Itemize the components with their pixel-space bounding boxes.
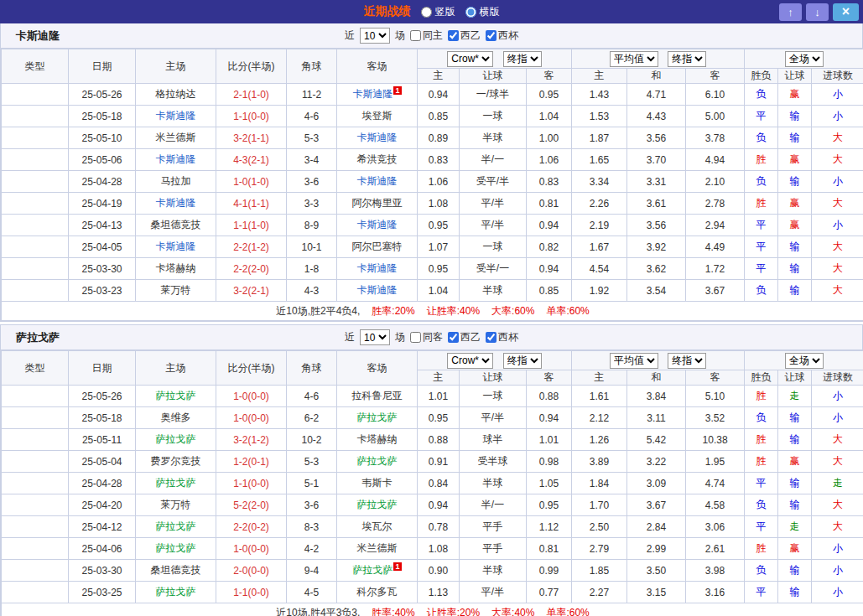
summary-stat: 大率:40%	[491, 607, 534, 616]
asia-away-odds: 0.94	[527, 215, 572, 236]
home-team-link[interactable]: 卡塔赫纳	[156, 262, 196, 274]
horizontal-layout-radio[interactable]	[465, 7, 476, 18]
result-cell: 负	[745, 280, 778, 302]
league2-checkbox[interactable]	[486, 30, 496, 41]
away-team-link[interactable]: 希洪竞技	[357, 153, 398, 165]
matches-tbody: 西乙25-05-26格拉纳达2-1(1-0)11-2卡斯迪隆10.94一/球半0…	[2, 84, 863, 302]
away-team-link[interactable]: 埃登斯	[362, 110, 393, 122]
match-scope-select[interactable]: 全场	[785, 353, 824, 369]
home-team-link[interactable]: 萨拉戈萨	[156, 390, 196, 401]
match-row: 西乙25-04-28马拉加1-0(1-0)3-6卡斯迪隆1.06受平/半0.83…	[2, 171, 863, 193]
euro-odds-source-select[interactable]: 平均值	[610, 51, 658, 67]
home-team-link[interactable]: 卡斯迪隆	[156, 197, 196, 209]
home-team-link[interactable]: 格拉纳达	[156, 88, 196, 100]
away-team-link[interactable]: 拉科鲁尼亚	[352, 390, 403, 401]
away-team-link[interactable]: 埃瓦尔	[362, 520, 393, 532]
home-team-link[interactable]: 费罗尔竞技	[151, 455, 201, 467]
home-team-link-cell: 卡斯迪隆	[136, 106, 216, 127]
away-team-link-cell: 埃瓦尔	[337, 516, 418, 538]
home-team-link[interactable]: 萨拉戈萨	[156, 520, 196, 532]
asia-odds-source-select[interactable]: Crow*	[447, 353, 493, 369]
match-count-select[interactable]: 10	[360, 28, 390, 44]
away-team-link[interactable]: 卡塔赫纳	[357, 433, 398, 445]
home-team-link[interactable]: 莱万特	[161, 284, 191, 296]
same-venue-checkbox[interactable]	[410, 332, 421, 343]
filter-near-label: 近	[345, 28, 355, 43]
euro-home-odds: 2.26	[572, 193, 627, 215]
close-button[interactable]: ×	[833, 3, 859, 21]
same-venue-checkbox[interactable]	[410, 30, 421, 41]
asia-odds-stage-select[interactable]: 终指	[503, 353, 542, 369]
euro-draw-odds: 4.43	[627, 106, 686, 127]
asia-odds-group-header: Crow* 终指	[418, 351, 572, 370]
same-venue-option[interactable]: 同客	[410, 330, 443, 344]
home-team-link[interactable]: 米兰德斯	[156, 132, 196, 143]
home-team-link[interactable]: 卡斯迪隆	[156, 153, 196, 165]
euro-draw-odds: 3.56	[627, 127, 686, 149]
away-team-link[interactable]: 阿尔梅里亚	[352, 197, 403, 209]
euro-odds-stage-select[interactable]: 终指	[668, 51, 706, 67]
handicap-result-cell: 赢	[778, 193, 812, 215]
home-team-link[interactable]: 萨拉戈萨	[156, 542, 196, 554]
home-team-link[interactable]: 萨拉戈萨	[156, 586, 196, 598]
euro-odds-stage-select[interactable]: 终指	[668, 353, 706, 369]
home-team-link[interactable]: 马拉加	[161, 175, 191, 187]
away-team-link[interactable]: 韦斯卡	[362, 477, 393, 489]
layout-horizontal-option[interactable]: 横版	[465, 5, 500, 19]
goals-result-cell: 大	[812, 258, 863, 280]
away-team-link[interactable]: 卡斯迪隆	[357, 132, 398, 143]
away-team-link[interactable]: 阿尔巴塞特	[352, 241, 403, 252]
away-team-link[interactable]: 卡斯迪隆	[352, 88, 393, 100]
home-team-link[interactable]: 莱万特	[161, 499, 191, 510]
home-team-link[interactable]: 卡斯迪隆	[156, 110, 196, 122]
league-cell: 西乙	[2, 280, 69, 302]
team-bar: 萨拉戈萨 近 10 场 同客 西乙 西杯	[1, 325, 862, 350]
away-team-link[interactable]: 米兰德斯	[357, 542, 398, 554]
league-filter-option-2[interactable]: 西杯	[486, 28, 518, 43]
match-count-select[interactable]: 10	[360, 329, 390, 345]
home-team-link[interactable]: 萨拉戈萨	[156, 433, 196, 445]
league-filter-option-2[interactable]: 西杯	[486, 330, 518, 344]
match-row: 西乙25-04-12萨拉戈萨2-2(0-2)8-3埃瓦尔0.78平手1.122.…	[2, 516, 863, 538]
home-team-link[interactable]: 卡斯迪隆	[156, 241, 196, 252]
away-team-link[interactable]: 卡斯迪隆	[357, 284, 398, 296]
away-team-link[interactable]: 卡斯迪隆	[357, 262, 398, 274]
goals-result-cell: 大	[812, 236, 863, 258]
home-team-link[interactable]: 桑坦德竞技	[151, 219, 201, 230]
asia-home-odds: 0.94	[418, 84, 460, 106]
same-venue-option[interactable]: 同主	[410, 28, 443, 43]
away-team-link[interactable]: 科尔多瓦	[357, 586, 398, 598]
scroll-down-button[interactable]: ↓	[806, 3, 829, 21]
vertical-layout-radio[interactable]	[421, 7, 432, 18]
league-filter-option-1[interactable]: 西乙	[448, 330, 481, 344]
away-team-link[interactable]: 萨拉戈萨	[357, 455, 398, 467]
away-team-link[interactable]: 卡斯迪隆	[357, 175, 398, 187]
away-team-link[interactable]: 卡斯迪隆	[357, 219, 398, 230]
league1-checkbox[interactable]	[448, 332, 459, 343]
euro-away-odds: 5.00	[686, 106, 745, 127]
summary-stat: 大率:60%	[491, 305, 534, 317]
col-header-handicap-result: 让球	[778, 370, 812, 386]
goals-result-cell: 大	[812, 451, 863, 473]
euro-home-odds: 1.67	[572, 236, 627, 258]
scroll-up-button[interactable]: ↑	[779, 3, 802, 21]
home-team-link[interactable]: 萨拉戈萨	[156, 477, 196, 489]
league2-checkbox[interactable]	[486, 332, 496, 343]
euro-draw-odds: 3.15	[627, 582, 686, 603]
layout-vertical-option[interactable]: 竖版	[421, 5, 455, 19]
league1-checkbox[interactable]	[448, 30, 459, 41]
euro-odds-source-select[interactable]: 平均值	[610, 353, 658, 369]
col-header-score: 比分(半场)	[216, 49, 287, 84]
home-team-link[interactable]: 桑坦德竞技	[151, 564, 201, 576]
league-filter-option-1[interactable]: 西乙	[448, 28, 481, 43]
away-team-link[interactable]: 萨拉戈萨	[357, 499, 398, 510]
match-scope-select[interactable]: 全场	[785, 51, 824, 67]
away-team-link[interactable]: 萨拉戈萨	[352, 564, 393, 576]
asia-odds-stage-select[interactable]: 终指	[503, 51, 542, 67]
asia-handicap: 半/一	[460, 149, 527, 171]
asia-odds-source-select[interactable]: Crow*	[447, 51, 493, 67]
asia-home-odds: 0.85	[418, 106, 460, 127]
home-team-link[interactable]: 奥维多	[161, 412, 191, 423]
match-row: 西乙25-05-10米兰德斯3-2(1-1)5-3卡斯迪隆0.89半球1.001…	[2, 127, 863, 149]
away-team-link[interactable]: 萨拉戈萨	[357, 412, 398, 423]
